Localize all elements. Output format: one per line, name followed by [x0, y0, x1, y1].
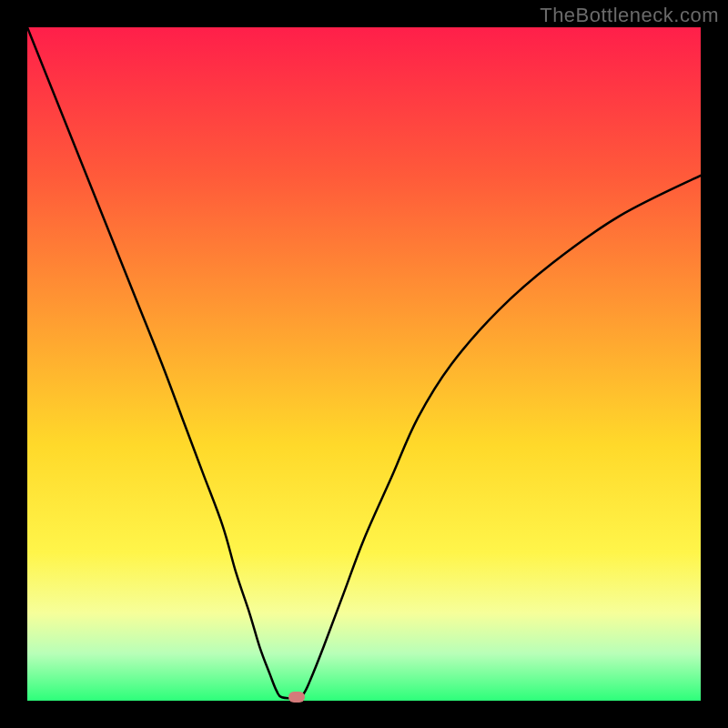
- watermark-text: TheBottleneck.com: [540, 4, 719, 27]
- chart-curve: [27, 27, 701, 701]
- chart-frame: TheBottleneck.com: [0, 0, 728, 728]
- chart-plot-area: [27, 27, 701, 701]
- chart-marker: [288, 692, 305, 703]
